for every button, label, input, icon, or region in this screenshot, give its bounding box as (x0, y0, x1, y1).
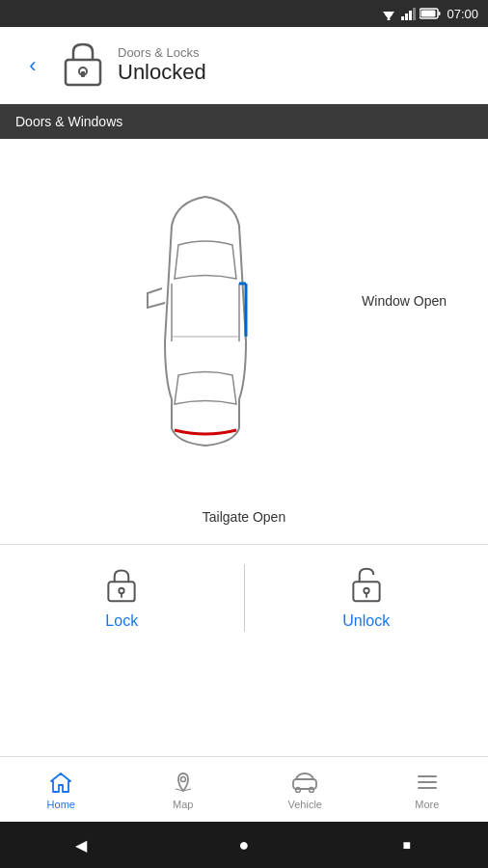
header-lock-icon (60, 39, 106, 93)
svg-point-22 (364, 587, 368, 592)
tailgate-open-label: Tailgate Open (203, 509, 285, 525)
back-chevron-icon: ‹ (29, 55, 36, 76)
svg-rect-9 (421, 11, 436, 17)
lock-button[interactable]: Lock (0, 545, 244, 650)
svg-rect-3 (401, 16, 404, 20)
window-open-label: Window Open (362, 293, 447, 309)
svg-rect-8 (439, 12, 441, 15)
car-display: Window Open Tailgate Open (0, 139, 488, 544)
svg-point-29 (296, 788, 301, 793)
unlock-button[interactable]: Unlock (245, 545, 489, 650)
status-time: 07:00 (447, 7, 478, 21)
signal-icon (400, 8, 416, 20)
nav-vehicle-label: Vehicle (288, 799, 322, 810)
nav-more-label: More (415, 799, 439, 810)
battery-icon (420, 8, 441, 19)
nav-home-label: Home (47, 799, 75, 810)
svg-rect-6 (413, 8, 416, 20)
back-button[interactable]: ‹ (15, 48, 50, 83)
svg-point-2 (388, 17, 391, 20)
nav-item-map[interactable]: Map (122, 757, 245, 822)
status-icons (381, 8, 441, 20)
nav-item-more[interactable]: More (366, 757, 489, 822)
car-svg (128, 187, 283, 457)
lock-closed-icon (102, 566, 141, 605)
nav-item-vehicle[interactable]: Vehicle (244, 757, 366, 822)
svg-point-25 (180, 777, 185, 782)
unlock-label: Unlock (342, 612, 390, 630)
svg-rect-5 (409, 11, 412, 20)
svg-rect-12 (81, 71, 85, 77)
svg-rect-4 (405, 14, 408, 20)
wifi-icon (381, 8, 396, 20)
lock-label: Lock (105, 612, 138, 630)
controls-area: Lock Unlock (0, 544, 488, 650)
car-illustration: Window Open Tailgate Open (128, 187, 360, 496)
svg-rect-18 (109, 582, 135, 601)
svg-point-30 (310, 788, 314, 793)
section-header-label: Doors & Windows (15, 114, 122, 129)
lock-open-icon (347, 566, 386, 605)
svg-rect-21 (353, 582, 379, 601)
more-icon (414, 769, 441, 796)
bottom-nav: Home Map Vehicle (0, 756, 488, 822)
nav-map-label: Map (173, 799, 193, 810)
vehicle-icon (291, 769, 318, 796)
system-back-icon: ◀ (75, 836, 87, 854)
system-nav: ◀ ● ■ (0, 822, 488, 868)
nav-item-home[interactable]: Home (0, 757, 122, 822)
status-bar: 07:00 (0, 0, 488, 27)
system-home-icon: ● (239, 835, 250, 855)
svg-point-19 (120, 587, 124, 592)
header-title: Unlocked (118, 60, 206, 85)
header-subtitle: Doors & Locks (118, 45, 206, 60)
home-icon (47, 769, 74, 796)
system-home-button[interactable]: ● (227, 827, 261, 862)
system-recent-button[interactable]: ■ (390, 827, 424, 862)
header-text: Doors & Locks Unlocked (118, 45, 206, 85)
system-back-button[interactable]: ◀ (64, 827, 98, 862)
system-recent-icon: ■ (402, 837, 410, 853)
section-header: Doors & Windows (0, 104, 488, 139)
header: ‹ Doors & Locks Unlocked (0, 27, 488, 104)
map-icon (170, 769, 197, 796)
svg-marker-24 (51, 773, 70, 792)
